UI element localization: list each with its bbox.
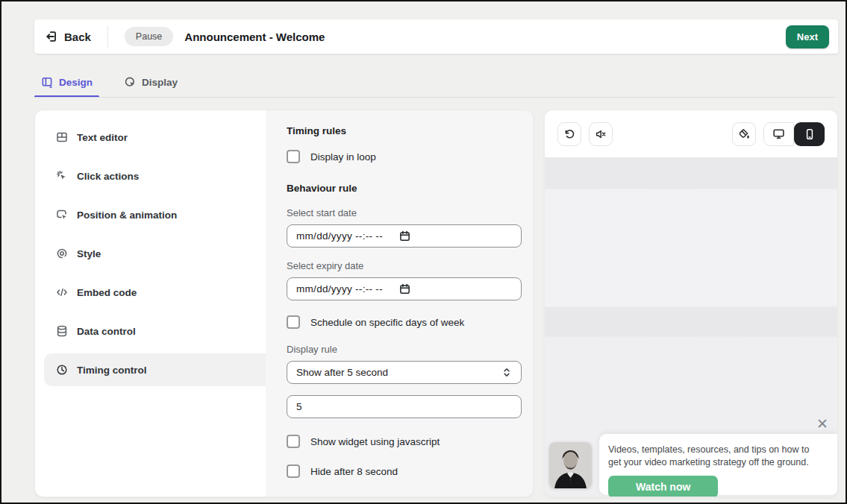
design-sidebar: Text editor Click actions Position & ani… [35, 110, 266, 497]
style-icon [56, 248, 68, 259]
preview-card: ✕ Videos, templates, resources, and tips… [544, 110, 838, 497]
topbar: Back Pause Announcement - Welcome Next [34, 19, 838, 54]
checkbox-label: Display in loop [310, 151, 376, 163]
mute-button[interactable] [589, 122, 613, 146]
timing-control-icon [56, 364, 68, 376]
checkbox-label: Schedule on specific days of week [310, 317, 464, 328]
editor-card: Text editor Click actions Position & ani… [34, 110, 534, 497]
show-js-row[interactable]: Show widget using javascript [287, 435, 522, 448]
sidebar-item-text-editor[interactable]: Text editor [35, 118, 266, 157]
sidebar-item-label: Timing control [77, 365, 147, 376]
undo-icon [563, 128, 575, 140]
data-control-icon [56, 325, 68, 337]
desktop-preview-button[interactable] [763, 122, 794, 146]
tab-bar: s Design Display [34, 67, 184, 97]
page-title: Announcement - Welcome [184, 31, 325, 43]
display-rule-select[interactable]: Show after 5 second [287, 361, 522, 384]
sidebar-item-style[interactable]: Style [35, 234, 266, 273]
close-icon[interactable]: ✕ [816, 417, 828, 431]
back-label: Back [64, 31, 91, 43]
design-icon: s [41, 76, 54, 89]
show-js-checkbox[interactable] [287, 435, 300, 448]
sidebar-item-position-animation[interactable]: Position & animation [35, 195, 266, 234]
tab-display-label: Display [142, 77, 178, 88]
svg-text:s: s [49, 82, 52, 88]
device-controls [732, 122, 825, 146]
tab-display[interactable]: Display [117, 67, 184, 97]
next-button[interactable]: Next [786, 25, 829, 48]
hide-after-checkbox[interactable] [287, 464, 300, 478]
preview-viewport: ✕ Videos, templates, resources, and tips… [545, 157, 837, 497]
sidebar-item-label: Position & animation [77, 210, 177, 221]
hide-after-row[interactable]: Hide after 8 second [287, 464, 522, 478]
widget-message: Videos, templates, resources, and tips o… [608, 444, 821, 469]
sidebar-item-data-control[interactable]: Data control [35, 312, 266, 350]
start-date-label: Select start date [287, 207, 522, 218]
preview-toolbar [545, 110, 837, 157]
app-window: Back Pause Announcement - Welcome Next s… [0, 0, 847, 504]
expiry-date-input[interactable]: mm/dd/yyyy --:-- -- [287, 277, 522, 300]
behaviour-title: Behaviour rule [287, 183, 522, 194]
timing-form: Timing rules Display in loop Behaviour r… [266, 110, 534, 497]
tab-design-label: Design [59, 77, 93, 88]
schedule-days-row[interactable]: Schedule on specific days of week [287, 315, 522, 329]
back-button[interactable]: Back [45, 30, 91, 43]
start-date-input[interactable]: mm/dd/yyyy --:-- -- [287, 224, 522, 248]
sidebar-item-label: Style [77, 248, 101, 259]
exit-left-icon [45, 30, 58, 43]
display-icon [124, 76, 137, 89]
date-value: mm/dd/yyyy --:-- -- [296, 283, 383, 294]
tab-design[interactable]: s Design [34, 67, 99, 97]
click-actions-icon [56, 170, 68, 182]
mobile-preview-button[interactable] [794, 122, 825, 146]
sidebar-item-label: Data control [77, 326, 136, 337]
tabs-divider [34, 97, 835, 98]
announcement-widget: Videos, templates, resources, and tips o… [599, 434, 837, 495]
calendar-icon[interactable] [399, 283, 410, 294]
device-toggle [763, 122, 825, 146]
sidebar-item-click-actions[interactable]: Click actions [35, 157, 266, 195]
date-value: mm/dd/yyyy --:-- -- [296, 230, 383, 242]
select-value: Show after 5 second [296, 367, 388, 378]
expiry-date-label: Select expiry date [287, 260, 522, 271]
sidebar-item-timing-control[interactable]: Timing control [44, 353, 266, 386]
watch-now-button[interactable]: Watch now [608, 476, 718, 497]
display-in-loop-checkbox[interactable] [287, 150, 300, 163]
mute-icon [595, 128, 607, 140]
delay-seconds-input[interactable] [287, 395, 522, 418]
display-in-loop-row[interactable]: Display in loop [287, 150, 522, 163]
schedule-days-checkbox[interactable] [287, 315, 300, 329]
paint-icon [738, 128, 750, 140]
topbar-divider [107, 25, 108, 48]
checkbox-label: Hide after 8 second [310, 466, 398, 477]
embed-code-icon [56, 286, 68, 298]
desktop-icon [772, 127, 785, 140]
undo-button[interactable] [557, 122, 581, 146]
sidebar-item-label: Embed code [77, 287, 137, 298]
mobile-icon [804, 128, 816, 140]
status-badge[interactable]: Pause [125, 27, 173, 46]
section-title: Timing rules [287, 125, 522, 136]
sidebar-item-label: Text editor [77, 132, 128, 143]
display-rule-label: Display rule [287, 344, 522, 355]
sidebar-item-label: Click actions [77, 171, 139, 182]
text-editor-icon [56, 131, 68, 143]
position-animation-icon [56, 209, 68, 221]
calendar-icon[interactable] [399, 230, 410, 242]
checkbox-label: Show widget using javascript [310, 436, 440, 447]
presenter-photo [549, 442, 592, 488]
chevron-up-down-icon [501, 367, 512, 378]
paint-button[interactable] [732, 122, 756, 146]
sidebar-item-embed-code[interactable]: Embed code [35, 273, 266, 312]
